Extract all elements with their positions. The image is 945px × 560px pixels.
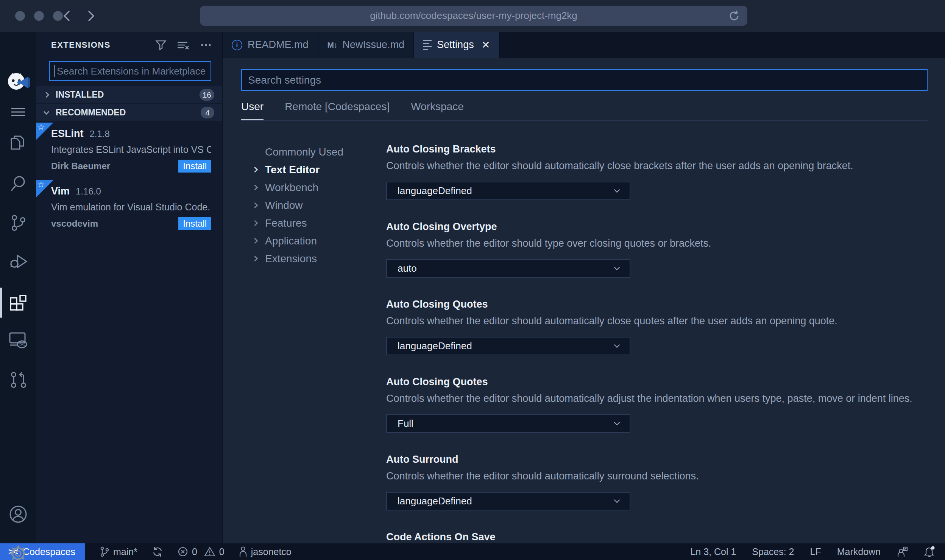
toc-extensions[interactable]: Extensions (250, 250, 386, 268)
chevron-right-icon (252, 220, 258, 226)
setting-entry: Auto Closing Brackets Controls whether t… (386, 143, 945, 200)
settings-editor: Search settings User Remote [Codespaces]… (223, 58, 945, 543)
remote-explorer-icon[interactable]: >< (0, 327, 36, 354)
refresh-icon[interactable] (728, 9, 741, 22)
extensions-icon[interactable] (0, 289, 36, 316)
section-recommended[interactable]: RECOMMENDED 4 (36, 104, 222, 121)
tab-bar-empty-space (500, 32, 945, 58)
extension-description: Integrates ESLint JavaScript into VS C..… (51, 144, 211, 155)
errors-icon (178, 546, 188, 557)
branch-status[interactable]: main* (100, 546, 137, 557)
extension-version: 1.16.0 (76, 186, 101, 197)
user-name: jasonetco (251, 546, 292, 557)
setting-description: Controls whether the editor should autom… (386, 315, 945, 327)
feedback-icon[interactable] (897, 546, 908, 557)
back-button[interactable] (59, 8, 75, 24)
settings-toc: Commonly Used Text Editor Workbench Wind… (250, 143, 386, 543)
chevron-right-icon (252, 167, 258, 173)
toc-window[interactable]: Window (250, 196, 386, 214)
setting-entry: Auto Closing Quotes Controls whether the… (386, 298, 945, 355)
text-cursor (55, 65, 55, 77)
toc-text-editor[interactable]: Text Editor (250, 161, 386, 179)
setting-description: Controls whether the editor should type … (386, 237, 945, 249)
tab-label: README.md (248, 39, 309, 51)
chevron-right-icon (252, 185, 258, 191)
svg-text:><: >< (19, 342, 25, 347)
setting-dropdown[interactable]: Full (386, 414, 630, 433)
toc-commonly-used[interactable]: Commonly Used (250, 143, 386, 161)
setting-entry: Auto Closing Quotes Controls whether the… (386, 376, 945, 433)
extensions-search-input[interactable]: Search Extensions in Marketplace (49, 61, 211, 81)
url-text: github.com/codespaces/user-my-project-mg… (370, 10, 577, 22)
explorer-icon[interactable] (0, 129, 36, 157)
indentation[interactable]: Spaces: 2 (752, 546, 794, 557)
extensions-sidebar: EXTENSIONS Search Extensions in Marketpl… (36, 32, 223, 543)
recommended-ribbon-icon: ☆ (36, 123, 53, 140)
dropdown-value: Full (398, 418, 615, 429)
sync-status[interactable] (152, 546, 163, 557)
minimize-window-button[interactable] (34, 11, 44, 21)
menu-icon[interactable] (0, 98, 36, 126)
install-button[interactable]: Install (178, 160, 211, 173)
tab-readme[interactable]: i README.md (223, 32, 318, 58)
toc-application[interactable]: Application (250, 232, 386, 250)
close-tab-icon[interactable]: ✕ (482, 39, 490, 51)
info-icon: i (232, 40, 242, 50)
search-icon[interactable] (0, 170, 36, 197)
extensions-search-placeholder: Search Extensions in Marketplace (57, 65, 206, 77)
run-debug-icon[interactable] (0, 248, 36, 275)
filter-icon[interactable] (155, 39, 167, 51)
chevron-down-icon (614, 264, 620, 271)
toc-workbench[interactable]: Workbench (250, 179, 386, 196)
github-codespaces-logo (0, 69, 36, 96)
tab-settings[interactable]: Settings ✕ (414, 32, 500, 58)
window-controls[interactable] (15, 11, 63, 21)
activity-bar: >< (0, 32, 36, 543)
close-window-button[interactable] (15, 11, 25, 21)
status-bar: >< Codespaces main* 0 0 jasonetco Ln 3, … (0, 543, 945, 560)
language-mode[interactable]: Markdown (837, 546, 881, 557)
eol-sequence[interactable]: LF (810, 546, 821, 557)
warnings-count: 0 (219, 546, 225, 557)
problems-status[interactable]: 0 0 (178, 546, 225, 557)
notifications-bell-icon[interactable] (924, 546, 935, 558)
clear-filter-icon[interactable] (177, 39, 190, 51)
section-recommended-label: RECOMMENDED (56, 107, 196, 118)
install-button[interactable]: Install (178, 217, 211, 230)
setting-title: Auto Closing Overtype (386, 221, 945, 233)
settings-gear-icon[interactable] (0, 540, 36, 560)
account-icon[interactable] (0, 501, 36, 528)
scope-tab-remote[interactable]: Remote [Codespaces] (285, 101, 390, 120)
extension-description: Vim emulation for Visual Studio Code... (51, 202, 211, 213)
more-actions-icon[interactable] (200, 39, 212, 51)
section-installed[interactable]: INSTALLED 16 (36, 86, 222, 103)
setting-dropdown[interactable]: languageDefined (386, 492, 630, 510)
pull-requests-icon[interactable] (0, 366, 36, 394)
scope-tab-workspace[interactable]: Workspace (411, 101, 464, 120)
chevron-right-icon (41, 93, 51, 97)
setting-dropdown[interactable]: languageDefined (386, 337, 630, 355)
scope-tab-user[interactable]: User (241, 101, 264, 120)
cursor-position[interactable]: Ln 3, Col 1 (690, 546, 736, 557)
forward-button[interactable] (83, 8, 99, 24)
setting-dropdown[interactable]: auto (386, 259, 630, 278)
recommended-ribbon-icon: ☆ (36, 180, 53, 198)
extension-list-item[interactable]: ☆ ESLint 2.1.8 Integrates ESLint JavaScr… (36, 122, 222, 179)
recommended-count-badge: 4 (201, 107, 214, 118)
extension-author: vscodevim (51, 218, 178, 229)
address-bar[interactable]: github.com/codespaces/user-my-project-mg… (200, 6, 747, 26)
setting-dropdown[interactable]: languageDefined (386, 182, 630, 200)
extension-list-item[interactable]: ☆ Vim 1.16.0 Vim emulation for Visual St… (36, 179, 222, 237)
setting-title: Auto Closing Brackets (386, 143, 945, 155)
setting-title: Code Actions On Save (386, 531, 945, 543)
toc-features[interactable]: Features (250, 214, 386, 232)
settings-search-input[interactable]: Search settings (241, 69, 928, 91)
user-status[interactable]: jasonetco (239, 546, 292, 557)
setting-entry: Auto Closing Overtype Controls whether t… (386, 221, 945, 278)
dropdown-value: languageDefined (398, 340, 615, 352)
source-control-icon[interactable] (0, 209, 36, 236)
setting-entry: Code Actions On Save (386, 531, 945, 543)
section-installed-label: INSTALLED (56, 90, 195, 100)
tab-newissue[interactable]: M↓ NewIssue.md (318, 32, 415, 58)
browser-chrome: github.com/codespaces/user-my-project-mg… (0, 0, 945, 32)
